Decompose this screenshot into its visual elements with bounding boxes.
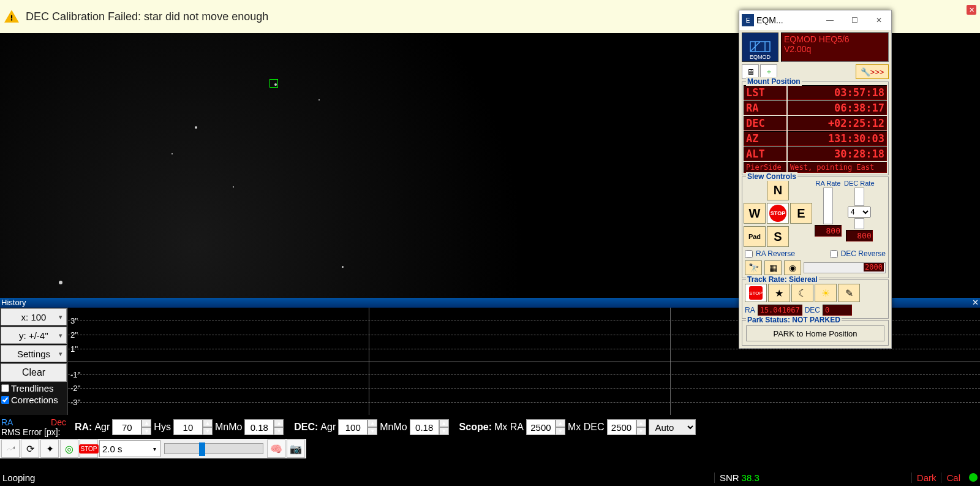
- ra-label: RA: [744, 101, 786, 115]
- ra-section-label: RA:: [75, 422, 92, 433]
- ra-reverse-checkbox[interactable]: [745, 250, 753, 258]
- history-y-scale-select[interactable]: y: +/-4'': [1, 327, 67, 344]
- dec-value: +02:25:12: [788, 116, 887, 131]
- status-bar: Looping SNR38.3 Dark Cal: [0, 469, 980, 486]
- lst-label: LST: [744, 85, 786, 100]
- exposure-select[interactable]: 2.0 s: [99, 440, 160, 457]
- eqmod-close-button[interactable]: ✕: [867, 16, 891, 25]
- track-ra-value: 15.041067: [758, 305, 802, 316]
- track-sidereal-button[interactable]: ★: [768, 284, 790, 302]
- dec-rate-column: DEC Rate 4 800: [844, 180, 875, 248]
- park-status-group: Park Status: NOT PARKED PARK to Home Pos…: [742, 320, 889, 346]
- history-title: History: [1, 298, 26, 307]
- status-looping: Looping: [2, 473, 35, 483]
- slew-speed-slider[interactable]: 2000: [804, 262, 886, 273]
- dec-reverse-checkbox[interactable]: [830, 250, 838, 258]
- history-x-scale-select[interactable]: x: 100: [1, 308, 67, 325]
- slew-east-button[interactable]: E: [790, 203, 812, 224]
- ra-hys-input[interactable]: ▲▼: [173, 419, 213, 435]
- slew-pad-button[interactable]: Pad: [744, 226, 766, 247]
- mount-position-group: Mount Position LST03:57:18 RA06:38:17 DE…: [742, 82, 889, 175]
- mxra-input[interactable]: ▲▼: [526, 419, 565, 435]
- history-close-icon[interactable]: ✕: [972, 298, 979, 307]
- ra-agr-input[interactable]: ▲▼: [112, 419, 151, 435]
- eqmod-titlebar[interactable]: E EQM... — ☐ ✕: [739, 10, 891, 30]
- star: [233, 186, 234, 188]
- star: [274, 83, 277, 86]
- pierside-label: PierSide: [744, 162, 786, 173]
- corrections-checkbox[interactable]: Corrections: [0, 394, 67, 406]
- eqmod-window: E EQM... — ☐ ✕ EQMOD EQMOD HEQ5/6 V2.00q…: [739, 10, 892, 349]
- camera-connect-button[interactable]: [1, 439, 20, 458]
- warning-icon: [4, 9, 20, 25]
- slew-north-button[interactable]: N: [767, 180, 789, 200]
- slew-preset-select[interactable]: 4: [848, 207, 871, 218]
- star: [318, 99, 320, 101]
- slew-spiral-button[interactable]: ◉: [784, 260, 801, 275]
- graph-tick: -1'': [70, 370, 81, 379]
- dec-rate-value: 800: [846, 230, 873, 241]
- slew-grid-button[interactable]: ▦: [764, 260, 782, 275]
- mxdec-input[interactable]: ▲▼: [607, 419, 646, 435]
- history-left-panel: x: 100 y: +/-4'' Settings Clear Trendlin…: [0, 308, 67, 415]
- slew-west-button[interactable]: W: [744, 203, 766, 224]
- graph-tick: 2'': [70, 330, 78, 339]
- dec-section-label: DEC:: [294, 422, 318, 433]
- gamma-slider[interactable]: [164, 443, 263, 454]
- alt-value: 30:28:18: [788, 146, 887, 161]
- az-value: 131:30:03: [788, 131, 887, 146]
- track-lunar-button[interactable]: ☾: [791, 284, 813, 302]
- eqmod-minimize-button[interactable]: —: [818, 16, 842, 25]
- eqmod-app-icon: E: [742, 14, 754, 26]
- ra-rate-column: RA Rate 800: [815, 180, 842, 248]
- status-snr: SNR38.3: [714, 473, 764, 483]
- loop-button[interactable]: ⟳: [21, 439, 39, 458]
- star: [172, 153, 173, 154]
- history-footer-left: RADec RMS Error [px]:: [0, 417, 69, 437]
- guide-star-box[interactable]: [270, 79, 278, 88]
- ra-rate-slider[interactable]: [823, 188, 833, 224]
- trendlines-checkbox[interactable]: Trendlines: [0, 382, 67, 394]
- ra-axis-label: RA: [1, 417, 13, 427]
- history-clear-button[interactable]: Clear: [1, 363, 67, 382]
- auto-select-star-button[interactable]: ✦: [40, 439, 59, 458]
- slew-stop-button[interactable]: STOP: [767, 203, 789, 224]
- status-cal[interactable]: Cal: [941, 473, 965, 483]
- dec-axis-label: Dec: [51, 417, 66, 427]
- lst-value: 03:57:18: [788, 85, 887, 100]
- main-toolbar: ⟳ ✦ ◎ STOP 2.0 s 🧠 📷: [0, 439, 306, 458]
- dec-agr-input[interactable]: ▲▼: [338, 419, 377, 435]
- star: [59, 281, 62, 284]
- slew-controls-group: Slew Controls N W STOP E Pad S RA Rate 8…: [742, 177, 889, 278]
- eqmod-version: EQMOD HEQ5/6 V2.00q: [781, 32, 889, 62]
- slew-south-button[interactable]: S: [767, 226, 789, 247]
- eqmod-setup-button[interactable]: 🔧>>>: [856, 64, 889, 79]
- eqmod-window-title: EQM...: [756, 15, 818, 25]
- history-settings-select[interactable]: Settings: [1, 345, 67, 362]
- status-dark[interactable]: Dark: [911, 473, 941, 483]
- dec-rate-slider[interactable]: [854, 218, 864, 229]
- graph-tick: -3'': [70, 398, 81, 407]
- graph-tick: 3'': [70, 316, 78, 325]
- park-home-button[interactable]: PARK to Home Position: [746, 325, 884, 341]
- track-solar-button[interactable]: ☀: [815, 284, 837, 302]
- az-label: AZ: [744, 131, 786, 146]
- track-dec-value: 0: [823, 305, 852, 316]
- history-footer: RADec RMS Error [px]: RA: Agr ▲▼ Hys ▲▼ …: [0, 415, 980, 439]
- warning-close-icon[interactable]: ✕: [967, 5, 976, 15]
- star: [342, 266, 344, 268]
- track-rate-group: Track Rate: Sidereal STOP ★ ☾ ☀ ✎ RA 15.…: [742, 279, 889, 319]
- brain-button[interactable]: 🧠: [267, 439, 285, 458]
- guide-button[interactable]: ◎: [60, 439, 78, 458]
- camera-button[interactable]: 📷: [287, 439, 305, 458]
- slew-gamepad-button[interactable]: 🔭: [745, 260, 762, 275]
- track-stop-button[interactable]: STOP: [745, 284, 767, 302]
- track-custom-button[interactable]: ✎: [838, 284, 860, 302]
- dec-mode-select[interactable]: Auto: [649, 419, 696, 435]
- stop-button[interactable]: STOP: [80, 439, 98, 458]
- warning-text: DEC Calibration Failed: star did not mov…: [26, 10, 268, 23]
- ra-mnmo-input[interactable]: ▲▼: [244, 419, 284, 435]
- dec-mnmo-input[interactable]: ▲▼: [410, 419, 449, 435]
- eqmod-maximize-button[interactable]: ☐: [842, 16, 867, 25]
- status-connection-dot: [969, 473, 978, 482]
